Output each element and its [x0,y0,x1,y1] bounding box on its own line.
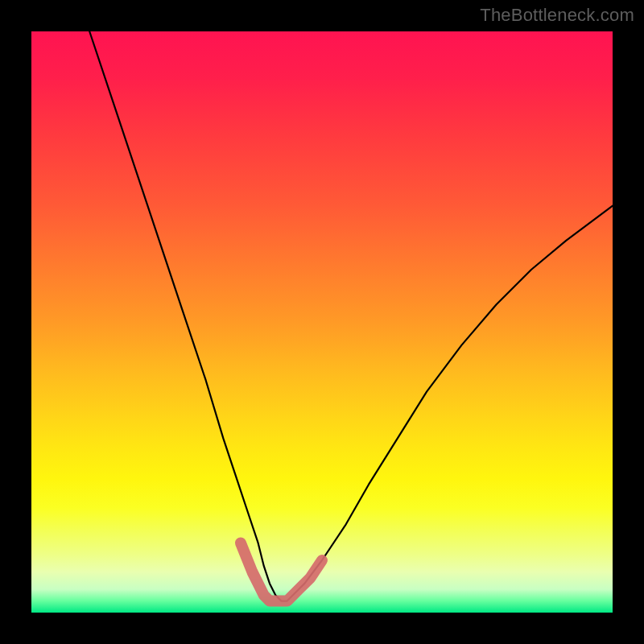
bottleneck-curve [89,31,613,601]
watermark-text: TheBottleneck.com [480,5,634,26]
chart-container: TheBottleneck.com [0,0,644,644]
chart-svg [31,31,613,613]
plot-area [31,31,613,613]
marker-band [241,543,322,601]
